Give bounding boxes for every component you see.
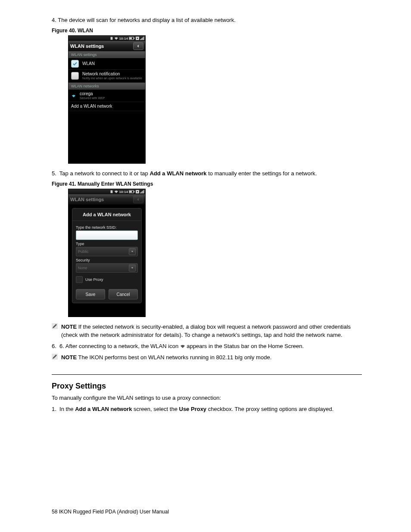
type-select[interactable]: Public <box>76 247 138 256</box>
wifi-icon <box>114 37 118 40</box>
security-select[interactable]: None <box>76 263 138 273</box>
back-button[interactable] <box>133 42 143 50</box>
svg-rect-14 <box>137 191 138 192</box>
battery-icon <box>129 37 135 40</box>
security-select-value: None <box>78 266 87 270</box>
note-pencil-icon <box>52 323 58 329</box>
section-header-settings: WLAN settings <box>68 51 145 58</box>
card-icon <box>136 37 139 40</box>
bold-add-network: Add a WLAN network <box>149 170 206 177</box>
wifi-small-icon <box>71 93 76 98</box>
row-wlan-label: WLAN <box>82 61 95 66</box>
screen-header: WLAN settings <box>68 41 145 51</box>
step-6: 6. 6. After connecting to a network, the… <box>52 342 362 350</box>
figure-caption-41: Figure 41. Manually Enter WLAN Settings <box>52 181 362 187</box>
save-button[interactable]: Save <box>76 289 105 299</box>
sd-card-icon <box>110 37 113 40</box>
svg-rect-9 <box>143 37 144 40</box>
status-bar: 10:14 <box>68 36 145 41</box>
signal-icon <box>140 37 144 40</box>
back-button <box>133 196 143 203</box>
screen-title: WLAN settings <box>70 197 104 202</box>
note-text-2: The IKON performs best on WLAN networks … <box>78 354 272 361</box>
section-divider <box>52 374 362 375</box>
empty-area <box>68 111 145 163</box>
checkbox-checked-icon[interactable] <box>71 60 79 68</box>
ssid-input[interactable] <box>76 230 138 240</box>
screenshot-wlan-settings: 10:14 WLAN settings WLAN settings WLAN <box>68 35 146 164</box>
step-5: 5. Tap a network to connect to it or tap… <box>52 170 362 177</box>
svg-rect-16 <box>141 192 142 194</box>
sd-card-icon <box>110 190 113 193</box>
svg-rect-5 <box>140 39 141 40</box>
note-2: NOTE The IKON performs best on WLAN netw… <box>52 354 362 361</box>
note-1: NOTE If the selected network is security… <box>52 323 362 339</box>
row-network-corega[interactable]: corega Secured with WEP <box>68 90 145 102</box>
svg-rect-19 <box>143 190 144 193</box>
note-label: NOTE <box>61 354 77 361</box>
svg-rect-2 <box>134 37 134 39</box>
page-footer: 58 IKON Rugged Field PDA (Android) User … <box>52 509 169 515</box>
svg-rect-17 <box>142 191 143 193</box>
svg-rect-11 <box>129 191 132 193</box>
chevron-left-icon <box>137 198 140 201</box>
row-notif-label: Network notification <box>82 72 142 77</box>
svg-rect-15 <box>140 193 141 193</box>
svg-rect-1 <box>129 37 132 39</box>
proxy-settings-heading: Proxy Settings <box>52 382 362 391</box>
svg-rect-8 <box>143 37 143 40</box>
note-text: If the selected network is security-enab… <box>61 324 351 338</box>
label-type: Type <box>76 242 138 246</box>
wifi-inline-icon <box>180 344 185 348</box>
label-use-proxy: Use Proxy <box>85 277 103 282</box>
wifi-icon <box>114 190 118 193</box>
signal-icon <box>140 190 144 193</box>
use-proxy-row[interactable]: Use Proxy <box>76 276 138 283</box>
dropdown-arrow-icon <box>129 264 136 271</box>
svg-rect-6 <box>141 39 142 40</box>
net-security: Secured with WEP <box>80 96 105 100</box>
step-4: 4. The device will scan for networks and… <box>52 16 362 24</box>
screen-header: WLAN settings <box>68 194 145 205</box>
label-security: Security <box>76 258 138 262</box>
net-name: corega <box>80 91 105 96</box>
chevron-left-icon <box>137 44 140 48</box>
checkbox-unchecked-icon[interactable] <box>71 72 79 80</box>
row-add-network[interactable]: Add a WLAN network <box>68 102 145 111</box>
dropdown-arrow-icon <box>129 248 136 255</box>
row-wlan-toggle[interactable]: WLAN <box>68 58 145 70</box>
row-network-notification[interactable]: Network notification Notify me when an o… <box>68 70 145 82</box>
svg-rect-4 <box>137 38 138 39</box>
status-time: 10:14 <box>119 37 128 40</box>
label-ssid: Type the network SSID: <box>76 225 138 230</box>
figure-caption-40: Figure 40. WLAN <box>52 28 362 34</box>
status-time: 10:14 <box>119 190 128 194</box>
dialog-add-wlan: Add a WLAN network Type the network SSID… <box>72 208 142 303</box>
row-notif-sub: Notify me when an open network is availa… <box>82 77 142 80</box>
card-icon <box>136 190 139 193</box>
row-add-label: Add a WLAN network <box>71 104 112 109</box>
type-select-value: Public <box>78 249 89 254</box>
cancel-button[interactable]: Cancel <box>109 289 138 299</box>
screenshot-add-wlan-dialog: 10:14 WLAN settings Add a WLAN network T… <box>68 189 146 317</box>
svg-rect-7 <box>142 38 143 40</box>
note-label: NOTE <box>61 324 77 330</box>
checkbox-unchecked-icon[interactable] <box>76 276 83 283</box>
svg-rect-18 <box>143 191 143 194</box>
status-bar: 10:14 <box>68 189 145 194</box>
battery-icon <box>129 190 135 193</box>
proxy-body: To manually configure the WLAN settings … <box>52 394 362 402</box>
svg-rect-12 <box>134 191 134 193</box>
note-pencil-icon <box>52 354 58 360</box>
screen-title: WLAN settings <box>70 44 104 49</box>
proxy-step-1: 1. In the Add a WLAN network screen, sel… <box>52 405 362 413</box>
dialog-title: Add a WLAN network <box>72 208 141 221</box>
section-header-networks: WLAN networks <box>68 83 145 90</box>
